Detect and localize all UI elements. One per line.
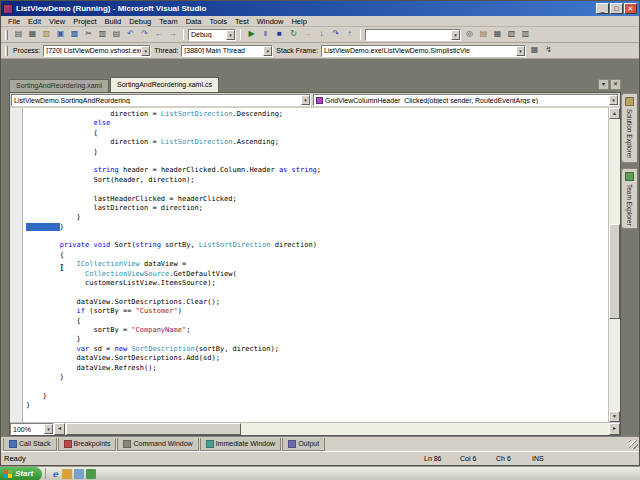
- stop-debug-icon[interactable]: ■: [273, 28, 286, 41]
- hex-display-icon[interactable]: ▦: [528, 44, 541, 57]
- step-over-icon[interactable]: ↷: [329, 28, 342, 41]
- internet-explorer-icon[interactable]: e: [50, 469, 60, 479]
- side-tab-solution-explorer[interactable]: Solution Explorer: [621, 93, 637, 163]
- navigate-back-icon[interactable]: ←: [152, 28, 165, 41]
- menu-item-build[interactable]: Build: [101, 17, 126, 26]
- chevron-down-icon[interactable]: ▾: [516, 46, 525, 56]
- bottom-tab-label: Breakpoints: [74, 440, 111, 447]
- solution-explorer-icon[interactable]: ▤: [477, 28, 490, 41]
- find-icon[interactable]: ◎: [463, 28, 476, 41]
- scroll-down-icon[interactable]: ▼: [609, 411, 620, 422]
- code-line: lastDirection = direction;: [26, 204, 608, 213]
- thread-combo[interactable]: [3880] Main Thread ▾: [181, 45, 273, 57]
- bottom-tab-command-window[interactable]: Command Window: [117, 438, 198, 451]
- menu-item-tools[interactable]: Tools: [205, 17, 231, 26]
- chevron-down-icon[interactable]: ▾: [609, 95, 618, 105]
- step-into-icon[interactable]: ↓: [315, 28, 328, 41]
- debug-location-toolbar: Process: [720] ListViewDemo.vshost.exe ▾…: [1, 43, 639, 59]
- horizontal-scroll-thumb[interactable]: [66, 423, 241, 435]
- bottom-tab-breakpoints[interactable]: Breakpoints: [58, 438, 117, 451]
- start-button[interactable]: Start: [0, 467, 42, 480]
- scroll-left-icon[interactable]: ◄: [54, 423, 65, 435]
- vertical-scroll-thumb[interactable]: [609, 224, 620, 319]
- chevron-down-icon[interactable]: ▾: [141, 46, 150, 56]
- process-combo[interactable]: [720] ListViewDemo.vshost.exe ▾: [43, 45, 151, 57]
- redo-icon[interactable]: ↷: [138, 28, 151, 41]
- stack-frame-combo-value: ListViewDemo.exe!ListViewDemo.Simplistic…: [322, 47, 516, 54]
- close-document-icon[interactable]: ✕: [610, 79, 621, 90]
- step-out-icon[interactable]: ↑: [343, 28, 356, 41]
- horizontal-scroll-track[interactable]: [65, 423, 609, 435]
- title-bar[interactable]: ListViewDemo (Running) - Microsoft Visua…: [1, 1, 639, 16]
- chevron-down-icon[interactable]: ▾: [301, 95, 310, 105]
- restart-icon[interactable]: ↻: [287, 28, 300, 41]
- close-button[interactable]: ✕: [624, 3, 637, 14]
- chevron-down-icon[interactable]: ▾: [263, 46, 272, 56]
- error-list-icon[interactable]: ▥: [519, 28, 532, 41]
- media-player-icon[interactable]: [86, 469, 96, 479]
- vertical-scrollbar[interactable]: ▲ ▼: [608, 108, 620, 422]
- show-next-statement-icon[interactable]: →: [301, 28, 314, 41]
- stack-frame-combo[interactable]: ListViewDemo.exe!ListViewDemo.Simplistic…: [321, 45, 526, 57]
- toolbox-icon[interactable]: ▧: [505, 28, 518, 41]
- bottom-tab-output[interactable]: Output: [282, 438, 325, 451]
- paste-icon[interactable]: ▤: [110, 28, 123, 41]
- undo-icon[interactable]: ↶: [124, 28, 137, 41]
- indicator-margin[interactable]: [10, 108, 23, 422]
- members-dropdown[interactable]: GridViewColumnHeader_Clicked(object send…: [313, 94, 619, 106]
- menu-item-test[interactable]: Test: [231, 17, 253, 26]
- minimize-button[interactable]: _: [596, 3, 609, 14]
- maximize-button[interactable]: □: [610, 3, 623, 14]
- debug-step-icons: ▦↯: [528, 44, 555, 57]
- bottom-tab-label: Immediate Window: [216, 440, 276, 447]
- menu-item-debug[interactable]: Debug: [125, 17, 155, 26]
- find-combo[interactable]: ▾: [365, 29, 461, 41]
- scroll-up-icon[interactable]: ▲: [609, 108, 620, 119]
- toolbar-grip[interactable]: [5, 46, 8, 56]
- bottom-tab-immediate-window[interactable]: Immediate Window: [200, 438, 282, 451]
- show-desktop-icon[interactable]: [74, 469, 84, 479]
- menu-item-window[interactable]: Window: [253, 17, 288, 26]
- menu-item-file[interactable]: File: [4, 17, 24, 26]
- bottom-tab-call-stack[interactable]: Call Stack: [3, 438, 57, 451]
- visual-studio-window: ListViewDemo (Running) - Microsoft Visua…: [0, 0, 640, 466]
- email-icon[interactable]: [62, 469, 72, 479]
- resize-grip[interactable]: [629, 440, 638, 449]
- menu-item-help[interactable]: Help: [287, 17, 310, 26]
- types-dropdown[interactable]: ListViewDemo.SortingAndReordering ▾: [11, 94, 311, 106]
- code-line: }: [26, 335, 608, 344]
- menu-item-edit[interactable]: Edit: [24, 17, 45, 26]
- solution-config-combo[interactable]: Debug ▾: [188, 29, 236, 41]
- horizontal-scrollbar[interactable]: ◄ ►: [54, 423, 620, 435]
- document-tab-sortingandreordering-xaml-cs[interactable]: SortingAndReordering.xaml.cs: [110, 77, 219, 92]
- open-file-icon[interactable]: ▧: [40, 28, 53, 41]
- code-area[interactable]: direction = ListSortDirection.Descending…: [23, 108, 608, 422]
- editor-body: direction = ListSortDirection.Descending…: [10, 108, 620, 422]
- menu-item-view[interactable]: View: [45, 17, 69, 26]
- zoom-combo[interactable]: 100% ▾: [10, 423, 54, 435]
- save-all-icon[interactable]: ▩: [68, 28, 81, 41]
- toolbar-grip[interactable]: [5, 30, 8, 40]
- menu-item-data[interactable]: Data: [182, 17, 206, 26]
- chevron-down-icon[interactable]: ▾: [226, 30, 235, 40]
- flow-control-icon[interactable]: ↯: [542, 44, 555, 57]
- chevron-down-icon[interactable]: ▾: [44, 424, 53, 434]
- add-item-icon[interactable]: ▦: [26, 28, 39, 41]
- cut-icon[interactable]: ✂: [82, 28, 95, 41]
- copy-icon[interactable]: ▥: [96, 28, 109, 41]
- document-tab-sortingandreordering-xaml[interactable]: SortingAndReordering.xaml: [9, 79, 109, 92]
- menu-item-project[interactable]: Project: [69, 17, 100, 26]
- status-column: Col 6: [460, 455, 496, 462]
- side-tab-team-explorer[interactable]: Team Explorer: [621, 168, 637, 230]
- continue-icon[interactable]: ▶: [245, 28, 258, 41]
- chevron-down-icon[interactable]: ▾: [451, 30, 460, 40]
- properties-window-icon[interactable]: ▦: [491, 28, 504, 41]
- active-files-dropdown-icon[interactable]: ▾: [598, 79, 609, 90]
- navigate-forward-icon[interactable]: →: [166, 28, 179, 41]
- break-all-icon[interactable]: ‖: [259, 28, 272, 41]
- menu-item-team[interactable]: Team: [155, 17, 181, 26]
- vertical-scroll-track[interactable]: [609, 119, 620, 411]
- new-project-icon[interactable]: ▤: [12, 28, 25, 41]
- scroll-right-icon[interactable]: ►: [609, 423, 620, 435]
- save-icon[interactable]: ▣: [54, 28, 67, 41]
